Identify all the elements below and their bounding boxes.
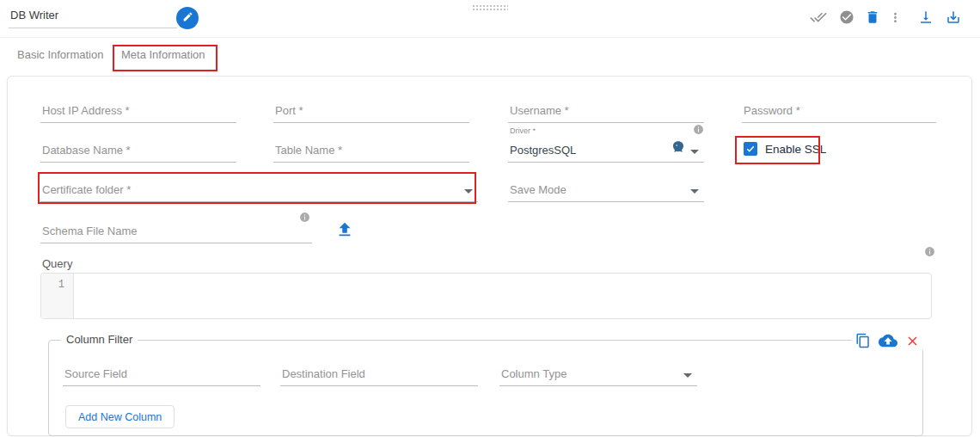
username-label: Username * <box>510 104 569 117</box>
driver-value: PostgresSQL <box>510 144 576 157</box>
tab-basic-information[interactable]: Basic Information <box>17 41 103 69</box>
column-type-label: Column Type <box>501 367 567 380</box>
enable-ssl-checkbox[interactable] <box>744 142 757 156</box>
edit-title-button[interactable] <box>176 7 199 29</box>
meta-information-panel: Host IP Address * Port * Username * Pass… <box>7 76 972 436</box>
chevron-down-icon <box>690 150 699 154</box>
database-name-field[interactable]: Database Name * <box>40 133 236 163</box>
certificate-folder-select[interactable]: Certificate folder * <box>40 173 478 202</box>
node-title[interactable]: DB Writer <box>9 4 177 27</box>
validate-button[interactable] <box>810 10 827 28</box>
postgresql-icon <box>671 140 685 157</box>
port-label: Port * <box>275 104 303 117</box>
arrow-down-to-line-icon <box>918 9 934 28</box>
chevron-down-icon <box>690 189 699 194</box>
query-info-icon[interactable] <box>924 245 935 256</box>
column-filter-legend: Column Filter <box>61 333 138 346</box>
query-input[interactable] <box>74 274 931 318</box>
double-check-icon <box>810 9 827 29</box>
schema-file-name-field[interactable]: Schema File Name <box>40 218 312 243</box>
copy-column-button[interactable] <box>855 333 871 348</box>
chevron-down-icon <box>683 373 692 378</box>
chevron-down-icon <box>464 189 473 194</box>
column-filter-actions <box>852 331 923 350</box>
kebab-menu-icon <box>888 10 903 28</box>
download-button[interactable] <box>945 10 962 28</box>
status-button[interactable] <box>838 10 855 28</box>
port-field[interactable]: Port * <box>273 94 469 123</box>
save-mode-label: Save Mode <box>510 183 567 196</box>
drag-handle-icon[interactable] <box>472 4 508 11</box>
download-icon <box>946 9 961 28</box>
schema-upload-button[interactable] <box>333 219 357 243</box>
host-ip-label: Host IP Address * <box>42 104 130 117</box>
column-type-select[interactable]: Column Type <box>499 357 697 386</box>
upload-icon <box>335 220 354 243</box>
align-bottom-button[interactable] <box>917 10 934 28</box>
trash-icon <box>865 9 880 28</box>
schema-file-name-label: Schema File Name <box>42 225 138 237</box>
source-field-input[interactable]: Source Field <box>63 357 260 386</box>
enable-ssl-toggle[interactable]: Enable SSL <box>744 142 826 156</box>
pencil-icon <box>182 10 193 26</box>
database-name-label: Database Name * <box>42 144 131 157</box>
certificate-folder-label: Certificate folder * <box>42 183 131 196</box>
column-filter-group: Column Filter <box>48 340 923 436</box>
table-name-field[interactable]: Table Name * <box>273 133 469 163</box>
more-options-button[interactable] <box>886 10 903 28</box>
db-writer-screen: DB Writer <box>0 0 980 437</box>
table-name-label: Table Name * <box>275 144 342 157</box>
remove-column-filter-button[interactable] <box>905 334 920 348</box>
driver-info-icon[interactable] <box>693 123 704 134</box>
host-ip-field[interactable]: Host IP Address * <box>40 94 236 123</box>
destination-field-input[interactable]: Destination Field <box>280 357 478 386</box>
enable-ssl-label: Enable SSL <box>765 143 826 156</box>
password-label: Password * <box>744 104 800 117</box>
password-field[interactable]: Password * <box>742 94 936 123</box>
save-mode-select[interactable]: Save Mode <box>508 173 704 202</box>
destination-field-label: Destination Field <box>282 367 365 380</box>
check-circle-icon <box>839 9 854 28</box>
tab-meta-information[interactable]: Meta Information <box>121 41 205 69</box>
add-new-column-button[interactable]: Add New Column <box>65 405 175 428</box>
node-title-field[interactable]: DB Writer <box>9 4 177 28</box>
delete-button[interactable] <box>864 10 881 28</box>
source-field-label: Source Field <box>64 367 127 380</box>
editor-line-number: 1 <box>41 274 74 318</box>
driver-label: Driver * <box>510 126 536 135</box>
query-editor[interactable]: 1 <box>40 273 932 319</box>
cloud-upload-button[interactable] <box>879 331 897 350</box>
username-field[interactable]: Username * <box>508 94 704 123</box>
driver-select[interactable]: Driver * PostgresSQL <box>508 126 704 163</box>
header-bar: DB Writer <box>0 0 980 38</box>
query-label: Query <box>42 257 72 270</box>
